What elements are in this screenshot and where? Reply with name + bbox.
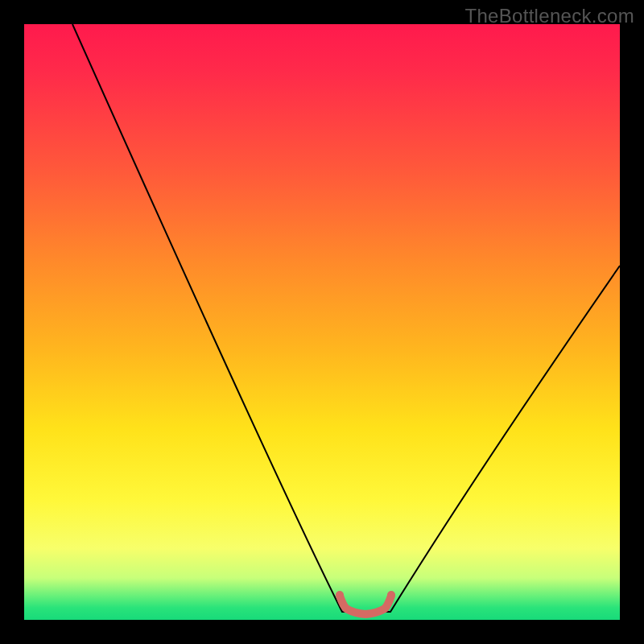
marker-end-right — [387, 591, 395, 599]
marker-end-left — [336, 591, 344, 599]
curve-svg — [24, 24, 620, 620]
marker-band — [340, 596, 391, 614]
chart-frame: TheBottleneck.com — [0, 0, 644, 644]
primary-curve — [72, 24, 620, 612]
watermark-text: TheBottleneck.com — [464, 5, 634, 27]
plot-area — [24, 24, 620, 620]
